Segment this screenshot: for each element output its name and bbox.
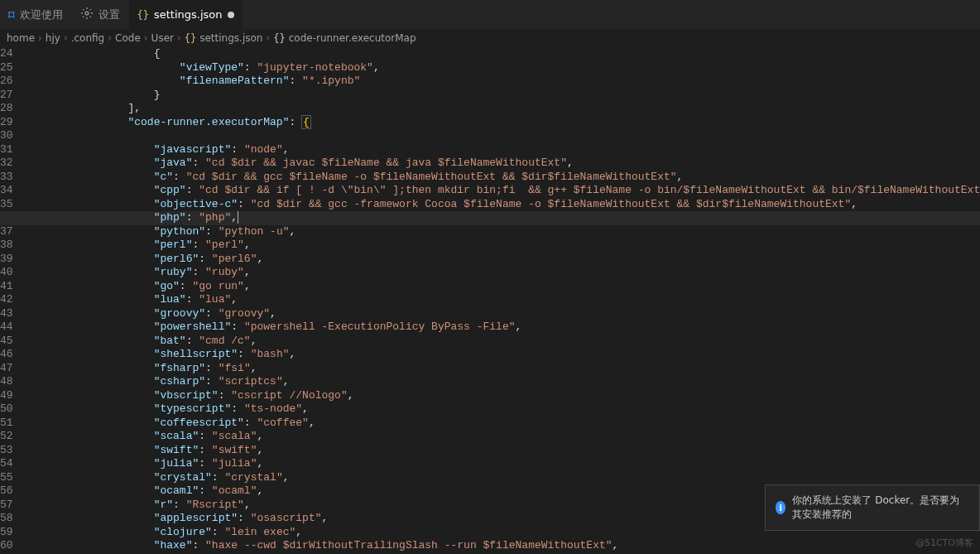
- code-line[interactable]: "powershell": "powershell -ExecutionPoli…: [25, 320, 980, 335]
- line-number: 24: [0, 47, 13, 61]
- line-number: 29: [0, 116, 13, 130]
- code-line[interactable]: "cpp": "cd $dir && if [ ! -d \"bin\" ];t…: [25, 184, 980, 198]
- line-number: 41: [0, 280, 13, 294]
- breadcrumb-part[interactable]: .config: [71, 32, 105, 44]
- info-icon: i: [776, 501, 785, 514]
- chevron-right-icon: ›: [266, 32, 270, 44]
- tab-label: 设置: [98, 7, 120, 22]
- tab-settings[interactable]: 设置: [72, 0, 129, 29]
- text-cursor: [238, 211, 238, 224]
- code-line[interactable]: "ruby": "ruby",: [25, 266, 980, 280]
- line-number: 40: [0, 266, 13, 280]
- line-number: 53: [0, 444, 13, 458]
- line-number: 32: [0, 157, 13, 171]
- code-editor[interactable]: 2425262728293031323334353637383940414243…: [0, 47, 980, 554]
- code-line[interactable]: "code-runner.executorMap": {: [25, 116, 980, 130]
- line-number: 34: [0, 184, 13, 198]
- line-number: 35: [0, 198, 13, 212]
- line-number: 58: [0, 512, 13, 526]
- code-line[interactable]: "groovy": "groovy",: [25, 307, 980, 321]
- code-line[interactable]: "perl": "perl",: [25, 238, 980, 253]
- code-line[interactable]: [25, 129, 980, 143]
- line-number: 51: [0, 417, 13, 431]
- breadcrumb-symbol[interactable]: code-runner.executorMap: [289, 32, 416, 44]
- line-number: 30: [0, 129, 13, 143]
- line-number: 42: [0, 293, 13, 307]
- breadcrumb-file[interactable]: settings.json: [199, 32, 262, 44]
- chevron-right-icon: ›: [108, 32, 112, 44]
- chevron-right-icon: ›: [38, 32, 42, 44]
- line-number: 25: [0, 61, 13, 75]
- code-line[interactable]: "typescript": "ts-node",: [25, 402, 980, 417]
- line-number: 48: [0, 375, 13, 389]
- line-number: 37: [0, 225, 13, 239]
- line-number: 44: [0, 320, 13, 335]
- code-line[interactable]: "javascript": "node",: [25, 143, 980, 157]
- breadcrumbs[interactable]: home› hjy› .config› Code› User› settings…: [0, 29, 980, 47]
- code-line[interactable]: }: [25, 89, 980, 103]
- code-line[interactable]: "scala": "scala",: [25, 430, 980, 444]
- json-icon: [137, 8, 149, 21]
- tab-settings-json[interactable]: settings.json: [129, 0, 243, 29]
- code-line[interactable]: "fsharp": "fsi",: [25, 362, 980, 376]
- line-number: 52: [0, 430, 13, 444]
- code-line[interactable]: "perl6": "perl6",: [25, 253, 980, 267]
- code-line[interactable]: "go": "go run",: [25, 280, 980, 294]
- code-line[interactable]: "julia": "julia",: [25, 457, 980, 471]
- line-number: 56: [0, 484, 13, 499]
- code-line[interactable]: {: [25, 47, 980, 61]
- tab-welcome[interactable]: ⌑ 欢迎使用: [0, 0, 72, 29]
- code-line[interactable]: "lua": "lua",: [25, 293, 980, 307]
- code-line[interactable]: "c": "cd $dir && gcc $fileName -o $fileN…: [25, 171, 980, 185]
- code-line[interactable]: "coffeescript": "coffee",: [25, 417, 980, 431]
- line-number: 31: [0, 143, 13, 157]
- breadcrumb-part[interactable]: hjy: [46, 32, 60, 44]
- line-number: 54: [0, 457, 13, 471]
- line-number-gutter: 2425262728293031323334353637383940414243…: [0, 47, 25, 554]
- breadcrumb-part[interactable]: User: [151, 32, 174, 44]
- code-line[interactable]: "vbscript": "cscript //Nologo",: [25, 389, 980, 403]
- line-number: 39: [0, 253, 13, 267]
- code-line[interactable]: "haxe": "haxe --cwd $dirWithoutTrailingS…: [25, 539, 980, 553]
- line-number: 28: [0, 102, 13, 116]
- line-number: 45: [0, 335, 13, 349]
- code-line[interactable]: "java": "cd $dir && javac $fileName && j…: [25, 157, 980, 171]
- settings-icon: [80, 7, 94, 22]
- code-line[interactable]: "filenamePattern": "*.ipynb": [25, 75, 980, 89]
- code-line[interactable]: "csharp": "scriptcs",: [25, 375, 980, 389]
- chevron-right-icon: ›: [144, 32, 148, 44]
- breadcrumb-part[interactable]: home: [7, 32, 35, 44]
- svg-point-0: [85, 12, 89, 15]
- line-number: 43: [0, 307, 13, 321]
- code-line[interactable]: "swift": "swift",: [25, 444, 980, 458]
- code-line[interactable]: ],: [25, 102, 980, 116]
- code-line[interactable]: "python": "python -u",: [25, 225, 980, 239]
- code-line[interactable]: "bat": "cmd /c",: [25, 335, 980, 349]
- notification-toast[interactable]: i 你的系统上安装了 Docker。是否要为其安装推荐的: [765, 484, 980, 531]
- line-number: 26: [0, 75, 13, 89]
- line-number: 50: [0, 402, 13, 417]
- line-number: 57: [0, 499, 13, 513]
- chevron-right-icon: ›: [64, 32, 68, 44]
- code-line[interactable]: "shellscript": "bash",: [25, 348, 980, 362]
- breadcrumb-part[interactable]: Code: [115, 32, 141, 44]
- code-line[interactable]: "viewType": "jupyter-notebook",: [25, 61, 980, 75]
- chevron-right-icon: ›: [177, 32, 181, 44]
- line-number: 33: [0, 171, 13, 185]
- code-line[interactable]: "crystal": "crystal",: [25, 471, 980, 485]
- line-number: 47: [0, 362, 13, 376]
- notification-text: 你的系统上安装了 Docker。是否要为其安装推荐的: [792, 494, 969, 522]
- line-number: 46: [0, 348, 13, 362]
- vscode-icon: ⌑: [8, 8, 15, 22]
- json-icon: [273, 32, 285, 44]
- watermark: @51CTO博客: [915, 537, 973, 549]
- line-number: 55: [0, 471, 13, 485]
- tab-label: settings.json: [154, 8, 223, 21]
- json-icon: [185, 32, 196, 44]
- dirty-indicator: [228, 12, 234, 18]
- code-content[interactable]: { "viewType": "jupyter-notebook", "filen…: [25, 47, 980, 554]
- code-line[interactable]: "php": "php",: [0, 211, 980, 225]
- line-number: 27: [0, 89, 13, 103]
- line-number: 49: [0, 389, 13, 403]
- code-line[interactable]: "objective-c": "cd $dir && gcc -framewor…: [25, 198, 980, 212]
